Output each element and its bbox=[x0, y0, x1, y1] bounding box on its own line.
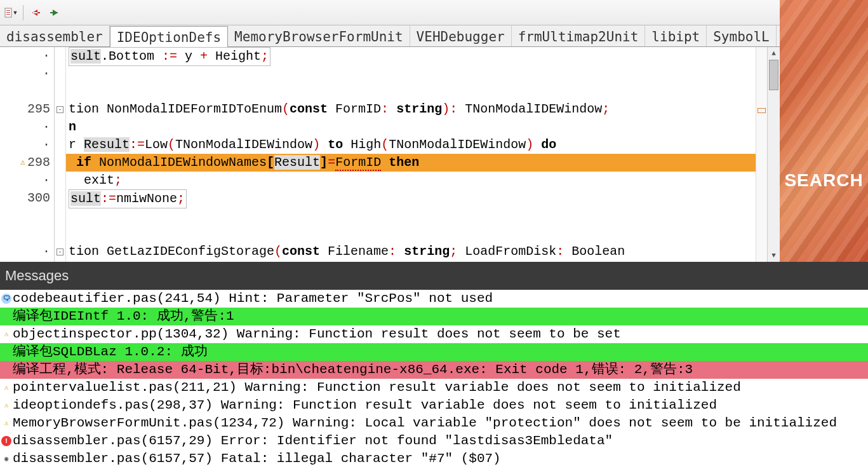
message-text: MemoryBrowserFormUnit.pas(1234,72) Warni… bbox=[13, 414, 837, 432]
message-line[interactable]: ⚠objectinspector.pp(1304,32) Warning: Fu… bbox=[0, 325, 868, 343]
message-text: objectinspector.pp(1304,32) Warning: Fun… bbox=[13, 325, 621, 343]
message-text: pointervaluelist.pas(211,21) Warning: Fu… bbox=[13, 379, 741, 397]
line-number: 295 bbox=[0, 100, 50, 118]
fold-marker bbox=[55, 47, 65, 65]
message-text: 编译包SQLDBLaz 1.0.2: 成功 bbox=[13, 343, 208, 361]
blank-icon bbox=[1, 365, 11, 375]
overview-ruler bbox=[756, 47, 767, 262]
message-line[interactable]: ⚠MemoryBrowserFormUnit.pas(1234,72) Warn… bbox=[0, 414, 868, 432]
warning-icon: ⚠ bbox=[20, 154, 25, 172]
svg-rect-2 bbox=[6, 12, 10, 13]
fold-marker bbox=[55, 225, 65, 243]
arrow-left-icon bbox=[30, 8, 41, 17]
line-number bbox=[0, 225, 50, 243]
fold-marker bbox=[55, 83, 65, 100]
code-line[interactable] bbox=[66, 207, 756, 225]
code-line[interactable]: if NonModalIDEWindowNames[Result]=FormID… bbox=[66, 154, 756, 172]
message-text: disassembler.pas(6157,29) Error: Identif… bbox=[13, 432, 613, 450]
line-number: · bbox=[0, 118, 50, 136]
warning-icon: ⚠ bbox=[1, 400, 11, 411]
message-line[interactable]: ⚠pointervaluelist.pas(211,21) Warning: F… bbox=[0, 379, 868, 397]
message-line[interactable]: 编译包SQLDBLaz 1.0.2: 成功 bbox=[0, 343, 868, 361]
code-line[interactable]: n bbox=[66, 118, 756, 136]
line-number bbox=[0, 83, 50, 100]
message-text: disassembler.pas(6157,57) Fatal: illegal… bbox=[13, 450, 501, 468]
fold-marker bbox=[55, 65, 65, 83]
message-line[interactable]: 编译工程,模式: Release 64-Bit,目标:bin\cheatengi… bbox=[0, 361, 868, 379]
overview-mark[interactable] bbox=[758, 108, 766, 113]
code-line[interactable]: exit; bbox=[66, 172, 756, 189]
fold-marker bbox=[55, 207, 65, 225]
error-icon: ! bbox=[1, 436, 11, 446]
message-line[interactable]: !disassembler.pas(6157,29) Error: Identi… bbox=[0, 432, 868, 450]
line-number: 300 bbox=[0, 189, 50, 207]
code-line[interactable]: r Result:=Low(TNonModalIDEWindow) to Hig… bbox=[66, 136, 756, 154]
tab-frmultimap2unit[interactable]: frmUltimap2Unit bbox=[512, 25, 646, 46]
editor-area: ··295··⚠298·300· -- sult.Bottom := y + H… bbox=[0, 47, 780, 262]
messages-panel-title[interactable]: Messages bbox=[0, 262, 868, 290]
toolbar-separator bbox=[23, 5, 23, 20]
tab-ideoptiondefs[interactable]: IDEOptionDefs bbox=[110, 26, 228, 47]
fatal-icon: ◉ bbox=[1, 454, 11, 464]
line-number: · bbox=[0, 47, 50, 65]
line-number bbox=[0, 207, 50, 225]
svg-rect-3 bbox=[6, 14, 10, 15]
editor-tabs: disassemblerIDEOptionDefsMemoryBrowserFo… bbox=[0, 25, 780, 47]
chevron-down-icon: ▼ bbox=[13, 10, 18, 16]
message-line[interactable]: 编译包IDEIntf 1.0: 成功,警告:1 bbox=[0, 308, 868, 325]
code-line[interactable] bbox=[66, 225, 756, 243]
message-text: ideoptiondefs.pas(298,37) Warning: Funct… bbox=[13, 397, 717, 414]
fold-marker bbox=[55, 172, 65, 189]
code-line[interactable]: tion GetLazIDEConfigStorage(const Filena… bbox=[66, 243, 756, 261]
tab-disassembler[interactable]: disassembler bbox=[0, 25, 110, 46]
line-number: · bbox=[0, 136, 50, 154]
line-number: · bbox=[0, 243, 50, 261]
line-number: · bbox=[0, 172, 50, 189]
document-dropdown-button[interactable]: ▼ bbox=[3, 4, 19, 21]
line-number: · bbox=[0, 65, 50, 83]
vertical-scrollbar[interactable]: ▲ ▼ bbox=[767, 47, 780, 262]
fold-marker bbox=[55, 136, 65, 154]
message-line[interactable]: ◉disassembler.pas(6157,57) Fatal: illega… bbox=[0, 450, 868, 468]
tab-vehdebugger[interactable]: VEHDebugger bbox=[410, 25, 512, 46]
svg-rect-1 bbox=[6, 10, 10, 11]
code-editor[interactable]: sult.Bottom := y + Height;tion NonModalI… bbox=[66, 47, 756, 262]
scrollbar-thumb[interactable] bbox=[769, 60, 778, 90]
warning-icon: ⚠ bbox=[1, 418, 11, 428]
message-text: codebeautifier.pas(241,54) Hint: Paramet… bbox=[13, 290, 493, 308]
code-line[interactable] bbox=[66, 65, 756, 83]
tab-libipt[interactable]: libipt bbox=[645, 25, 707, 46]
nav-back-button[interactable] bbox=[27, 4, 44, 21]
line-number: ⚠298 bbox=[0, 154, 50, 172]
fold-marker bbox=[55, 189, 65, 207]
code-line[interactable]: sult.Bottom := y + Height; bbox=[66, 47, 756, 65]
tab-symboll[interactable]: SymbolL bbox=[707, 25, 777, 46]
line-number-gutter[interactable]: ··295··⚠298·300· bbox=[0, 47, 55, 262]
arrow-right-icon bbox=[49, 8, 60, 17]
fold-column[interactable]: -- bbox=[55, 47, 66, 262]
fold-marker[interactable]: - bbox=[55, 100, 65, 118]
blank-icon bbox=[1, 347, 11, 357]
message-text: 编译工程,模式: Release 64-Bit,目标:bin\cheatengi… bbox=[13, 361, 693, 379]
message-line[interactable]: 🗨codebeautifier.pas(241,54) Hint: Parame… bbox=[0, 290, 868, 308]
nav-forward-button[interactable] bbox=[46, 4, 63, 21]
blank-icon bbox=[1, 311, 11, 322]
code-line[interactable]: tion NonModalIDEFormIDToEnum(const FormI… bbox=[66, 100, 756, 118]
warning-icon: ⚠ bbox=[1, 383, 11, 393]
code-line[interactable]: sult:=nmiwNone; bbox=[66, 189, 756, 207]
message-text: 编译包IDEIntf 1.0: 成功,警告:1 bbox=[13, 308, 234, 325]
code-line[interactable] bbox=[66, 83, 756, 100]
fold-marker bbox=[55, 118, 65, 136]
desktop-search-label: SEARCH bbox=[780, 170, 868, 191]
scroll-up-icon[interactable]: ▲ bbox=[768, 47, 780, 60]
desktop-background: SEARCH bbox=[780, 0, 868, 262]
warning-icon: ⚠ bbox=[1, 329, 11, 339]
toolbar: ▼ bbox=[0, 0, 780, 25]
tab-memorybrowserformunit[interactable]: MemoryBrowserFormUnit bbox=[228, 25, 410, 46]
fold-marker[interactable]: - bbox=[55, 243, 65, 261]
hint-icon: 🗨 bbox=[1, 294, 11, 304]
message-line[interactable]: ⚠ideoptiondefs.pas(298,37) Warning: Func… bbox=[0, 397, 868, 414]
fold-marker bbox=[55, 154, 65, 172]
messages-list[interactable]: 🗨codebeautifier.pas(241,54) Hint: Parame… bbox=[0, 290, 868, 468]
scroll-down-icon[interactable]: ▼ bbox=[768, 249, 780, 262]
